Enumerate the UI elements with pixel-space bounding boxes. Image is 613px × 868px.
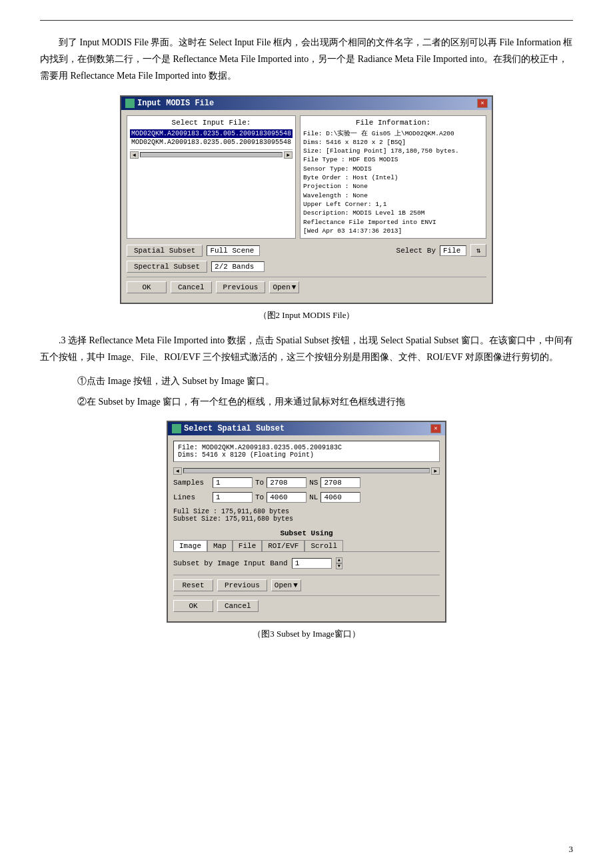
file-info-line-1: Dims: 5416 x 8120 x 2 [BSQ]	[303, 138, 483, 147]
modis-btn-row: OK Cancel Previous Open ▼	[127, 281, 486, 293]
subset-tab-row: Image Map File ROI/EVF Scroll	[173, 540, 440, 552]
subset-band-row: Subset by Image Input Band 1 ▲ ▼	[173, 557, 440, 569]
samples-to-label: To	[255, 479, 264, 487]
spatial-ok-button[interactable]: OK	[173, 600, 213, 612]
modis-scrollbar: ◄ ►	[130, 149, 293, 159]
modis-right-col: File Information: File: D:\实验一 在 Gis05 上…	[300, 115, 486, 239]
lines-from-field[interactable]: 1	[213, 492, 253, 503]
lines-to-label: To	[255, 493, 264, 501]
file-info-line-11: [Wed Apr 03 14:37:36 2013]	[303, 227, 483, 235]
step3-sub1: ①点击 Image 按钮，进入 Subset by Image 窗口。	[40, 373, 573, 389]
select-by-label: Select By	[396, 247, 436, 255]
scroll-right-arrow[interactable]: ►	[284, 151, 293, 159]
file-item-selected[interactable]: MOD02QKM.A2009183.0235.005.2009183095548	[130, 129, 293, 138]
file-info-line-7: Wavelength : None	[303, 191, 483, 200]
lines-nl-label: NL	[309, 493, 318, 501]
tab-roievf[interactable]: ROI/EVF	[262, 540, 305, 551]
spatial-close-button[interactable]: ✕	[430, 424, 441, 433]
file-info-line-9: Description: MODIS Level 1B 250M	[303, 209, 483, 217]
lines-label: Lines	[173, 493, 210, 501]
spectral-row: Spectral Subset 2/2 Bands	[127, 261, 486, 273]
scroll-h-right[interactable]: ►	[431, 467, 440, 475]
modis-titlebar: Input MODIS File ✕	[121, 97, 492, 110]
spin-up-arrow[interactable]: ▲	[336, 557, 342, 563]
file-info-line-3: File Type : HDF EOS MODIS	[303, 155, 483, 164]
spatial-separator1	[173, 575, 440, 575]
file-info-line-10: Reflectance File Imported into ENVI	[303, 218, 483, 227]
spatial-subset-value: Full Scene	[207, 245, 260, 256]
modis-ok-button[interactable]: OK	[127, 281, 167, 293]
spatial-dialog-body: File: MOD02QKM.A2009183.0235.005.2009183…	[168, 435, 445, 621]
fig2-caption: （图2 Input MODIS File）	[40, 309, 573, 321]
modis-open-button[interactable]: Open ▼	[269, 281, 299, 293]
subset-band-label: Subset by Image Input Band	[173, 559, 288, 567]
fig3-caption: （图3 Subset by Image窗口）	[40, 628, 573, 640]
spatial-subset-button[interactable]: Spatial Subset	[127, 245, 203, 257]
scroll-h-track[interactable]	[183, 468, 430, 473]
select-input-label: Select Input File:	[130, 119, 293, 127]
file-info-line-2: Size: [Floating Point] 178,180,750 bytes…	[303, 147, 483, 155]
samples-ns-field[interactable]: 2708	[320, 477, 360, 488]
spin-down-arrow[interactable]: ▼	[336, 563, 342, 569]
modis-two-col: Select Input File: MOD02QKM.A2009183.023…	[127, 115, 486, 239]
spatial-open-button[interactable]: Open ▼	[271, 579, 301, 591]
samples-ns-label: NS	[309, 479, 318, 487]
modis-dialog: Input MODIS File ✕ Select Input File: MO…	[120, 95, 493, 305]
modis-cancel-button[interactable]: Cancel	[171, 281, 212, 293]
scroll-track[interactable]	[140, 152, 283, 157]
tab-image[interactable]: Image	[173, 540, 207, 551]
modis-dialog-body: Select Input File: MOD02QKM.A2009183.023…	[121, 110, 492, 303]
select-by-sort-button[interactable]: ⇅	[470, 244, 486, 257]
spatial-btn-row1: Reset Previous Open ▼	[173, 579, 440, 591]
file-item-second[interactable]: MOD02QKM.A2009183.0235.005.2009183095548	[130, 138, 293, 147]
spatial-titlebar: Select Spatial Subset ✕	[168, 422, 445, 435]
modis-title-text: Input MODIS File	[137, 99, 214, 108]
spatial-btn-row2: OK Cancel	[173, 600, 440, 612]
spectral-subset-button[interactable]: Spectral Subset	[127, 261, 207, 273]
file-info-label: File Information:	[303, 119, 483, 127]
tab-file[interactable]: File	[233, 540, 262, 551]
file-info-line-0: File: D:\实验一 在 Gis05 上\MOD02QKM.A200	[303, 129, 483, 138]
subset-band-spinner[interactable]: ▲ ▼	[336, 557, 342, 569]
subset-using-label: Subset Using	[173, 529, 440, 537]
spatial-info-box: File: MOD02QKM.A2009183.0235.005.2009183…	[173, 441, 440, 462]
modis-dialog-wrapper: Input MODIS File ✕ Select Input File: MO…	[40, 95, 573, 305]
spatial-dialog: Select Spatial Subset ✕ File: MOD02QKM.A…	[167, 421, 446, 623]
spatial-previous-button[interactable]: Previous	[217, 579, 267, 591]
spectral-subset-value: 2/2 Bands	[211, 261, 265, 272]
spatial-cancel-button[interactable]: Cancel	[217, 600, 259, 612]
spatial-title-text: Select Spatial Subset	[184, 424, 285, 433]
spatial-file-line2: Dims: 5416 x 8120 (Floating Point)	[178, 451, 435, 459]
full-size-text: Full Size : 175,911,680 bytes	[173, 508, 440, 515]
lines-to-field[interactable]: 4060	[267, 492, 306, 503]
select-by-value: File	[440, 245, 466, 256]
subset-band-value[interactable]: 1	[292, 558, 332, 569]
file-info-line-4: Sensor Type: MODIS	[303, 165, 483, 173]
file-info-line-6: Projection : None	[303, 182, 483, 191]
tab-map[interactable]: Map	[207, 540, 233, 551]
spatial-title-icon	[172, 424, 181, 433]
scroll-h-left[interactable]: ◄	[173, 467, 182, 475]
spatial-row: Spatial Subset Full Scene Select By File…	[127, 244, 486, 257]
spatial-separator2	[173, 595, 440, 596]
modis-close-button[interactable]: ✕	[477, 99, 488, 108]
samples-to-field[interactable]: 2708	[267, 477, 306, 488]
spatial-reset-button[interactable]: Reset	[173, 579, 213, 591]
modis-previous-button[interactable]: Previous	[216, 281, 266, 293]
samples-row: Samples 1 To 2708 NS 2708	[173, 477, 440, 488]
modis-title-icon	[125, 99, 135, 108]
spatial-open-arrow: ▼	[293, 581, 298, 589]
subset-size-text: Subset Size: 175,911,680 bytes	[173, 515, 440, 523]
scroll-left-arrow[interactable]: ◄	[130, 151, 139, 159]
samples-from-field[interactable]: 1	[213, 477, 253, 488]
spatial-file-line1: File: MOD02QKM.A2009183.0235.005.2009183…	[178, 444, 435, 451]
dialog-separator	[127, 277, 486, 277]
file-info-line-5: Byte Order : Host (Intel)	[303, 173, 483, 182]
samples-label: Samples	[173, 479, 210, 487]
lines-row: Lines 1 To 4060 NL 4060	[173, 492, 440, 503]
open-dropdown-arrow: ▼	[292, 283, 297, 291]
page-number: 3	[569, 844, 574, 855]
tab-scroll[interactable]: Scroll	[305, 540, 343, 551]
file-list: MOD02QKM.A2009183.0235.005.2009183095548…	[130, 129, 293, 147]
lines-nl-field[interactable]: 4060	[320, 492, 360, 503]
